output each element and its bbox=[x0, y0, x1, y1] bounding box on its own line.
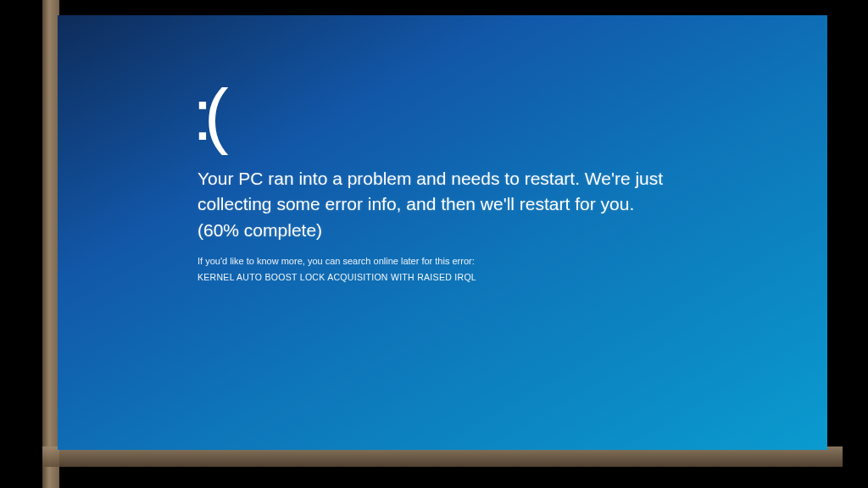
bsod-search-hint: If you'd like to know more, you can sear… bbox=[198, 255, 672, 268]
photo-frame-tape-left bbox=[42, 0, 59, 488]
bsod-main-message: Your PC ran into a problem and needs to … bbox=[198, 166, 672, 243]
bsod-error-code: KERNEL AUTO BOOST LOCK ACQUISITION WITH … bbox=[198, 272, 760, 282]
bsod-screen: :( Your PC ran into a problem and needs … bbox=[58, 15, 827, 450]
sad-face-icon: :( bbox=[192, 78, 760, 151]
